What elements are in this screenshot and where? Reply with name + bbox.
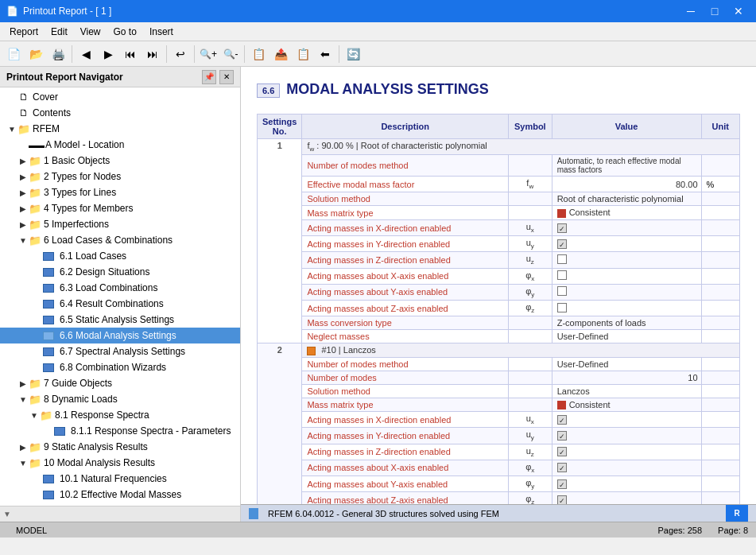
toggle-lines[interactable]: ▶	[17, 187, 29, 198]
nav-item-67[interactable]: 6.7 Spectral Analysis Settings	[0, 343, 240, 359]
row-desc: Mass matrix type	[302, 398, 509, 412]
nav-item-basic[interactable]: ▶ 📁 1 Basic Objects	[0, 153, 240, 169]
row-symbol: φy	[508, 284, 552, 300]
row-symbol: φx	[508, 460, 552, 475]
nav-item-61[interactable]: 6.1 Load Cases	[0, 248, 240, 264]
back-button[interactable]: ↩	[170, 44, 191, 64]
nav-label-guide: 7 Guide Objects	[44, 378, 112, 389]
nav-item-63[interactable]: 6.3 Load Combinations	[0, 280, 240, 296]
bluedoc-icon	[43, 268, 54, 277]
folder-icon: 📁	[29, 171, 41, 182]
toggle-imperfections[interactable]: ▶	[17, 219, 29, 230]
menu-insert[interactable]: Insert	[143, 22, 180, 41]
bluedoc-icon	[43, 316, 54, 324]
nav-item-62[interactable]: 6.2 Design Situations	[0, 264, 240, 280]
minimize-button[interactable]: ─	[680, 2, 702, 20]
app-icon: 📄	[6, 6, 18, 17]
nav-item-members[interactable]: ▶ 📁 4 Types for Members	[0, 200, 240, 216]
nav-item-loadcases[interactable]: ▼ 📁 6 Load Cases & Combinations	[0, 232, 240, 248]
nav-item-81[interactable]: ▼ 📁 8.1 Response Spectra	[0, 407, 240, 423]
toggle-rfem[interactable]: ▼	[6, 123, 17, 134]
th-description: Description	[302, 114, 509, 139]
row-desc: Acting masses about Y-axis enabled	[302, 476, 509, 492]
zoom-in-button[interactable]: 🔍+	[198, 44, 219, 64]
print-button[interactable]: 🖨️	[48, 44, 68, 64]
new-button[interactable]: 📄	[3, 44, 24, 64]
folder-icon: 📁	[29, 441, 41, 452]
nav-label-contents: Contents	[33, 107, 71, 118]
nav-item-imperfections[interactable]: ▶ 📁 5 Imperfections	[0, 216, 240, 232]
nav-item-dynamic[interactable]: ▼ 📁 8 Dynamic Loads	[0, 391, 240, 407]
row-symbol: fw	[508, 177, 552, 192]
nav-item-lines[interactable]: ▶ 📁 3 Types for Lines	[0, 184, 240, 200]
open-button[interactable]: 📂	[25, 44, 46, 64]
nav-item-65[interactable]: 6.5 Static Analysis Settings	[0, 312, 240, 328]
refresh-button[interactable]: 🔄	[343, 44, 363, 64]
paste-button[interactable]: 📋	[293, 44, 313, 64]
table-row: Acting masses in X-direction enabled ux …	[258, 412, 740, 428]
toggle-81[interactable]: ▼	[29, 409, 40, 421]
row-unit: %	[701, 177, 739, 192]
nav-item-guide[interactable]: ▶ 📁 7 Guide Objects	[0, 375, 240, 391]
toggle-nodes[interactable]: ▶	[17, 171, 29, 182]
nav-label-62: 6.2 Design Situations	[60, 266, 149, 278]
table-row: Effective modal mass factor fw 80.00 %	[258, 177, 740, 192]
last-button[interactable]: ⏭	[142, 44, 163, 64]
toolbar-separator-1	[72, 45, 72, 63]
nav-item-811[interactable]: 8.1.1 Response Spectra - Parameters	[0, 423, 240, 439]
settings-no-2: 2	[258, 343, 302, 504]
nav-item-contents[interactable]: 🗋 Contents	[0, 105, 240, 121]
nav-label-101: 10.1 Natural Frequencies	[60, 473, 167, 484]
doc-icon: 🗋	[17, 91, 30, 103]
copy-button[interactable]: 📋	[248, 44, 269, 64]
toggle-guide[interactable]: ▶	[17, 378, 29, 389]
nav-item-cover[interactable]: 🗋 Cover	[0, 89, 240, 105]
folder-icon: 📁	[29, 394, 41, 405]
folder-icon: 📁	[29, 155, 41, 166]
nav-item-64[interactable]: 6.4 Result Combinations	[0, 296, 240, 312]
nav-item-nodes[interactable]: ▶ 📁 2 Types for Nodes	[0, 169, 240, 184]
nav-close-button[interactable]: ✕	[219, 70, 234, 84]
menu-goto[interactable]: Go to	[107, 22, 143, 41]
toggle-static-results[interactable]: ▶	[17, 441, 29, 452]
next-button[interactable]: ▶	[98, 44, 118, 64]
row-symbol	[508, 206, 552, 220]
toggle-loadcases[interactable]: ▼	[17, 235, 29, 246]
row-unit	[701, 357, 739, 371]
nav-item-68[interactable]: 6.8 Combination Wizards	[0, 359, 240, 375]
prev-button[interactable]: ◀	[76, 44, 96, 64]
nav-item-101[interactable]: 10.1 Natural Frequencies	[0, 471, 240, 487]
nav-item-model[interactable]: ▬▬ A Model - Location	[0, 137, 240, 153]
folder-icon: 📁	[17, 123, 30, 134]
th-symbol: Symbol	[508, 114, 552, 139]
toggle-modal-results[interactable]: ▼	[17, 457, 29, 468]
menu-bar: Report Edit View Go to Insert	[0, 22, 756, 41]
row-value: ✓	[552, 236, 701, 252]
menu-edit[interactable]: Edit	[45, 22, 74, 41]
left-button[interactable]: ⬅	[315, 44, 335, 64]
toggle-basic[interactable]: ▶	[17, 155, 29, 166]
menu-view[interactable]: View	[74, 22, 107, 41]
row-symbol: φy	[508, 476, 552, 492]
close-button[interactable]: ✕	[727, 2, 750, 20]
toggle-dynamic[interactable]: ▼	[17, 394, 29, 405]
row-unit	[701, 284, 739, 300]
row-value: ✓	[552, 219, 701, 235]
nav-item-modal-results[interactable]: ▼ 📁 10 Modal Analysis Results	[0, 455, 240, 471]
first-button[interactable]: ⏮	[120, 44, 141, 64]
toggle-members[interactable]: ▶	[17, 203, 29, 214]
nav-item-rfem[interactable]: ▼ 📁 RFEM	[0, 121, 240, 137]
table-row: Acting masses about Z-axis enabled φz ✓	[258, 492, 740, 504]
nav-pin-button[interactable]: 📌	[202, 70, 216, 84]
nav-item-66[interactable]: 6.6 Modal Analysis Settings	[0, 328, 240, 343]
content-footer: RFEM 6.04.0012 - General 3D structures s…	[241, 504, 756, 522]
nav-item-static-results[interactable]: ▶ 📁 9 Static Analysis Results	[0, 439, 240, 455]
zoom-out-button[interactable]: 🔍-	[220, 44, 241, 64]
export-button[interactable]: 📤	[270, 44, 291, 64]
rfem-logo-button[interactable]: R	[726, 505, 748, 522]
nav-item-102[interactable]: 10.2 Effective Modal Masses	[0, 487, 240, 503]
content-scroll[interactable]: 6.6 MODAL ANALYSIS SETTINGS Settings No.…	[241, 67, 756, 504]
maximize-button[interactable]: □	[704, 2, 726, 20]
menu-report[interactable]: Report	[3, 22, 45, 41]
row-symbol: uy	[508, 236, 552, 252]
